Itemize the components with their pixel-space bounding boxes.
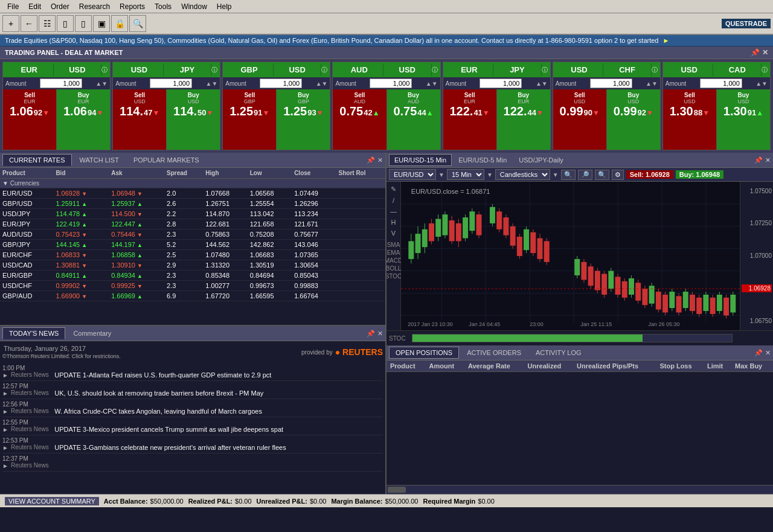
table-row[interactable]: USD/CHF 0.99902 ▼ 0.99925 ▼ 2.3 1.00277 … (0, 281, 385, 291)
tile-buy-btn[interactable]: Buy GBP 1.25 93 ▼ (277, 89, 330, 150)
chart-tool-horizontal[interactable]: — (389, 207, 398, 216)
zoom-out-btn[interactable]: 🔎 (578, 170, 592, 180)
menu-research[interactable]: Research (74, 1, 115, 12)
tile-amount-arrows[interactable]: ▲▼ (205, 80, 217, 87)
chart-tab-usdjpy-daily[interactable]: USD/JPY-Daily (513, 154, 569, 166)
news-close-icon[interactable]: ✕ (377, 330, 383, 338)
table-row[interactable]: GBP/USD 1.25911 ▲ 1.25937 ▲ 2.6 1.26751 … (0, 199, 385, 209)
news-expand-icon[interactable]: ► (2, 426, 8, 433)
tile-amount-arrows[interactable]: ▲▼ (426, 80, 438, 87)
table-row[interactable]: AUD/USD 0.75423 ▼ 0.75446 ▼ 2.3 0.75863 … (0, 229, 385, 240)
tab-open-positions[interactable]: OPEN POSITIONS (389, 347, 459, 359)
table-row[interactable]: EUR/JPY 122.419 ▲ 122.447 ▲ 2.8 122.681 … (0, 219, 385, 229)
chart-tool-v[interactable]: V (390, 228, 397, 238)
scrollbar-thumb[interactable] (388, 487, 406, 493)
positions-scrollbar[interactable] (386, 485, 773, 494)
table-row[interactable]: USD/JPY 114.478 ▲ 114.500 ▼ 2.2 114.870 … (0, 209, 385, 219)
tile-info-icon[interactable]: ⓘ (652, 66, 658, 74)
tile-amount-input[interactable] (480, 79, 522, 88)
menu-reports[interactable]: Reports (115, 1, 150, 12)
chart-tool-line[interactable]: / (391, 196, 396, 205)
sma-indicator[interactable]: SMA (387, 242, 400, 248)
boll-indicator[interactable]: BOLL (386, 265, 401, 272)
tile-sell-btn[interactable]: Sell USD 1.30 88 ▼ (663, 89, 717, 150)
tab-active-orders[interactable]: ACTIVE ORDERS (460, 347, 528, 359)
tile-sell-btn[interactable]: Sell GBP 1.25 91 ▼ (223, 89, 277, 150)
news-expand-icon[interactable]: ► (2, 463, 8, 469)
tile-buy-btn[interactable]: Buy EUR 122. 44 ▼ (497, 89, 550, 150)
tile-buy-btn[interactable]: Buy USD 1.30 91 ▲ (717, 89, 770, 150)
tile-info-icon[interactable]: ⓘ (101, 66, 107, 74)
menu-file[interactable]: File (2, 1, 24, 12)
tile-info-icon[interactable]: ⓘ (321, 66, 327, 74)
timeframe-select[interactable]: 15 Min (447, 169, 484, 180)
news-expand-icon[interactable]: ► (2, 390, 8, 397)
toolbar-window1-btn[interactable]: ▯ (57, 15, 74, 32)
tile-amount-arrows[interactable]: ▲▼ (536, 80, 548, 87)
tab-activity-log[interactable]: ACTIVITY LOG (529, 347, 588, 359)
chart-tab-eurusd-15[interactable]: EUR/USD-15 Min (389, 154, 452, 166)
copyright-text[interactable]: ©Thomson Reuters Limited. Click for rest… (2, 353, 121, 359)
table-row[interactable]: EUR/USD 1.06928 ▼ 1.06948 ▼ 2.0 1.07668 … (0, 188, 385, 199)
tile-amount-input[interactable] (150, 79, 192, 88)
toolbar-grid-btn[interactable]: ☷ (39, 15, 56, 32)
positions-pin-icon[interactable]: 📌 (754, 349, 763, 357)
zoom-in-btn[interactable]: 🔍 (561, 170, 576, 180)
news-item-headline[interactable]: UK, U.S. should look at removing trade b… (54, 389, 263, 397)
tile-amount-input[interactable] (590, 79, 632, 88)
menu-tools[interactable]: Tools (150, 1, 176, 12)
tab-popular-markets[interactable]: POPULAR MARKETS (127, 154, 206, 166)
news-item-headline[interactable]: UPDATE 3-Mexico president cancels Trump … (54, 426, 283, 433)
tile-buy-btn[interactable]: Buy USD 0.99 92 ▼ (607, 89, 660, 150)
toolbar-layout-btn[interactable]: ▣ (93, 15, 110, 32)
ema-indicator[interactable]: EMA (387, 249, 400, 256)
positions-close-icon[interactable]: ✕ (765, 349, 771, 357)
stoc-indicator[interactable]: STOC (386, 273, 402, 280)
table-row[interactable]: EUR/CHF 1.06833 ▼ 1.06858 ▲ 2.5 1.07480 … (0, 250, 385, 260)
chart-fit-btn[interactable]: 🔍 (595, 170, 609, 180)
tile-amount-input[interactable] (260, 79, 302, 88)
tile-amount-input[interactable] (40, 79, 82, 88)
tile-buy-btn[interactable]: Buy USD 114. 50 ▼ (167, 89, 220, 150)
news-expand-icon[interactable]: ► (2, 372, 8, 379)
trading-panel-close[interactable]: ✕ (762, 48, 768, 57)
rates-close-icon[interactable]: ✕ (377, 156, 383, 164)
menu-window[interactable]: Window (176, 1, 212, 12)
ticker-arrow[interactable]: ► (663, 37, 670, 44)
tile-sell-btn[interactable]: Sell EUR 122. 41 ▼ (443, 89, 497, 150)
news-item-headline[interactable]: UPDATE 1-Atlanta Fed raises U.S. fourth-… (54, 371, 271, 379)
toolbar-add-btn[interactable]: + (2, 15, 19, 32)
tile-amount-arrows[interactable]: ▲▼ (646, 80, 658, 87)
tile-amount-arrows[interactable]: ▲▼ (316, 80, 328, 87)
tile-sell-btn[interactable]: Sell AUD 0.75 42 ▲ (333, 89, 386, 150)
macd-indicator[interactable]: MACD (386, 257, 402, 264)
news-item-headline[interactable]: UPDATE 3-Gambians celebrate new presiden… (54, 444, 286, 451)
chart-settings-btn[interactable]: ⚙ (612, 170, 624, 180)
tab-commentary[interactable]: Commentary (66, 327, 118, 339)
tile-sell-btn[interactable]: Sell EUR 1.06 92 ▼ (3, 89, 57, 150)
tile-buy-btn[interactable]: Buy AUD 0.75 44 ▲ (387, 89, 440, 150)
news-expand-icon[interactable]: ► (2, 408, 8, 415)
tile-info-icon[interactable]: ⓘ (211, 66, 217, 74)
table-row[interactable]: GBP/JPY 144.145 ▲ 144.197 ▲ 5.2 144.562 … (0, 240, 385, 250)
menu-help[interactable]: Help (212, 1, 237, 12)
stoc-label[interactable]: STOC (389, 335, 407, 342)
rates-pin-icon[interactable]: 📌 (367, 156, 375, 164)
tile-buy-btn[interactable]: Buy EUR 1.06 94 ▼ (57, 89, 110, 150)
table-row[interactable]: GBP/AUD 1.66900 ▼ 1.66969 ▲ 6.9 1.67720 … (0, 291, 385, 301)
tile-amount-input[interactable] (370, 79, 412, 88)
trading-panel-pin[interactable]: 📌 (751, 48, 760, 57)
news-expand-icon[interactable]: ► (2, 444, 8, 451)
chart-tool-cursor[interactable]: ✎ (390, 184, 397, 194)
tile-info-icon[interactable]: ⓘ (432, 66, 438, 74)
tile-amount-arrows[interactable]: ▲▼ (755, 80, 768, 87)
toolbar-lock-btn[interactable]: 🔒 (111, 15, 128, 32)
tile-info-icon[interactable]: ⓘ (542, 66, 548, 74)
news-pin-icon[interactable]: 📌 (367, 330, 375, 338)
toolbar-back-btn[interactable]: ← (21, 15, 37, 32)
menu-edit[interactable]: Edit (24, 1, 46, 12)
charttype-select[interactable]: Candlesticks (495, 169, 550, 180)
chart-tab-eurusd-5[interactable]: EUR/USD-5 Min (453, 154, 512, 166)
toolbar-window2-btn[interactable]: ▯ (75, 15, 92, 32)
chart-tool-h[interactable]: H (390, 217, 397, 227)
